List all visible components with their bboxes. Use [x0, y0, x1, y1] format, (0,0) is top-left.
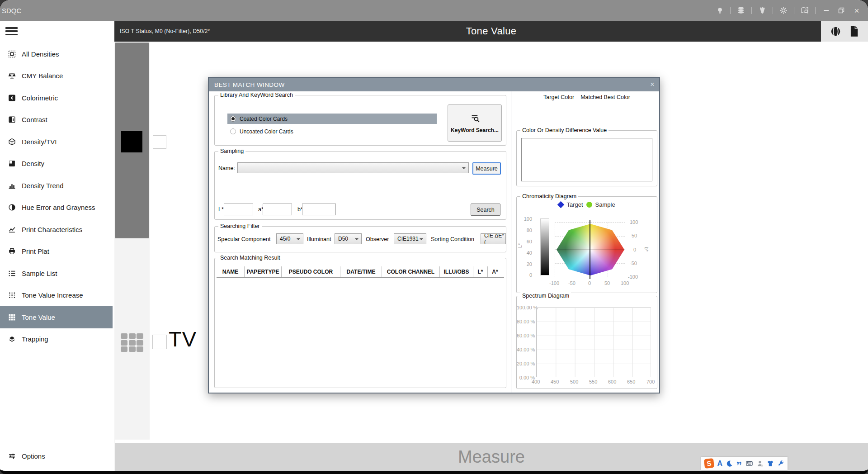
a-star-input[interactable] [263, 204, 292, 215]
sidebar-item-label: Trapping [22, 335, 48, 343]
tick-label: 100 [621, 280, 629, 286]
column-header[interactable]: PSEUDO COLOR [282, 266, 340, 277]
tone-grid-patch[interactable] [121, 333, 143, 352]
letter-A-icon[interactable]: A [717, 460, 722, 468]
select-value: CIE ΔE*( [484, 233, 505, 244]
sample-name-select[interactable] [237, 162, 469, 173]
sidebar-item-density-trend[interactable]: Density Trend [0, 175, 113, 197]
sampling-group: Sampling Name: Measure L* a* b* Search [214, 151, 506, 220]
all-densities-icon [8, 50, 16, 58]
l-axis-label: L* [517, 243, 523, 248]
input-method-toolbar[interactable]: S A [701, 457, 788, 470]
sidebar-item-print-characteristics[interactable]: Print Characteristics [0, 218, 113, 241]
document-icon[interactable] [849, 25, 859, 37]
observer-select[interactable]: CIE1931 [394, 233, 426, 244]
sidebar-item-colorimetric[interactable]: Colorimetric [0, 87, 113, 109]
sidebar-item-sample-list[interactable]: Sample List [0, 262, 113, 284]
dialog-body: Library And KeyWord Search Coated Color … [209, 91, 659, 393]
sidebar-item-label: Density Trend [22, 182, 64, 190]
result-table-body[interactable] [217, 278, 504, 386]
sidebar-item-all-densities[interactable]: All Densities [0, 43, 113, 65]
column-header[interactable]: NAME [217, 266, 245, 277]
specular-select[interactable]: 45/0 [276, 233, 303, 244]
line-chart-icon [8, 226, 16, 233]
half-circle-icon [8, 204, 16, 211]
database-icon[interactable] [736, 5, 746, 15]
measure-button[interactable]: Measure [472, 162, 501, 175]
sidebar-item-label: Contrast [22, 116, 47, 123]
titlebar-separator [751, 7, 752, 14]
sidebar-header [0, 21, 114, 42]
minimize-button[interactable] [821, 5, 831, 15]
sidebar-item-label: Print Characteristics [22, 226, 82, 233]
keyword-search-button[interactable]: KeyWord Search... [448, 104, 502, 142]
shirt-icon[interactable] [767, 460, 774, 467]
sidebar-item-options[interactable]: Options [0, 445, 113, 467]
column-header[interactable]: L* [473, 266, 488, 277]
user-icon[interactable] [756, 460, 764, 467]
tick-label: 0 [588, 280, 591, 286]
l-star-input[interactable] [224, 204, 253, 215]
moon-icon[interactable] [726, 460, 733, 467]
illuminant-select[interactable]: D50 [335, 233, 362, 244]
sidebar-item-label: Colorimetric [22, 94, 58, 102]
tick-label: 650 [627, 379, 635, 384]
column-header[interactable]: ILLU/OBS [440, 266, 473, 277]
tick-label: 80.00 % [517, 319, 535, 324]
sidebar-item-print-plat[interactable]: Print Plat [0, 241, 113, 263]
settings-gear-icon[interactable] [778, 5, 788, 15]
wrench-icon[interactable] [777, 460, 784, 467]
contrast-icon [8, 116, 16, 123]
map-search-icon[interactable] [800, 5, 810, 15]
menu-hamburger-icon[interactable] [5, 27, 18, 35]
measure-action-bar[interactable]: Measure S A [115, 443, 868, 471]
column-header[interactable]: A* [488, 266, 502, 277]
keyboard-icon[interactable] [745, 460, 753, 467]
b-star-input[interactable] [302, 204, 336, 215]
bulb-icon[interactable] [715, 5, 725, 15]
sidebar-item-hue-error[interactable]: Hue Error and Grayness [0, 197, 113, 219]
group-legend: Sampling [218, 148, 245, 154]
tick-label: 40 [523, 250, 532, 256]
l-star-label: L* [218, 206, 224, 213]
column-header[interactable]: PAPERTYPE [245, 266, 282, 277]
search-text-icon [470, 113, 480, 123]
tick-label: -100 [549, 280, 559, 286]
tick-label: 20.00 % [517, 361, 535, 366]
sorting-select[interactable]: CIE ΔE*( [481, 233, 506, 244]
titlebar[interactable]: SDQC × [0, 0, 868, 21]
column-header[interactable]: DATE/TIME [340, 266, 382, 277]
sidebar: All Densities CMY Balance Colorimetric C… [0, 42, 114, 471]
sidebar-item-label: Sample List [22, 270, 57, 277]
tick-label: 100.00 % [517, 305, 535, 310]
sogou-logo[interactable]: S [704, 458, 714, 469]
sidebar-item-label: Options [22, 452, 45, 460]
sidebar-item-tone-value[interactable]: Tone Value [0, 306, 113, 328]
radio-uncoated-color-cards[interactable]: Uncoated Color Cards [227, 126, 293, 137]
quotes-icon[interactable] [736, 460, 742, 467]
select-value: CIE1931 [397, 236, 419, 242]
color-swatches-icon[interactable] [757, 5, 767, 15]
chevron-down-icon [420, 238, 423, 240]
tick-label: 40.00 % [517, 347, 535, 352]
sidebar-item-tone-value-increase[interactable]: Tone Value Increase [0, 284, 113, 307]
sidebar-item-trapping[interactable]: Trapping [0, 328, 113, 351]
dialog-title: BEST MATCH WINDOW [214, 81, 285, 88]
sorting-label: Sorting Condition [431, 236, 474, 242]
radio-coated-color-cards[interactable]: Coated Color Cards [227, 114, 437, 124]
tv-checkbox[interactable] [152, 335, 167, 349]
close-button[interactable]: × [852, 5, 862, 15]
target-color-label: Target Color [543, 94, 574, 100]
sidebar-item-contrast[interactable]: Contrast [0, 109, 113, 131]
patch-checkbox[interactable] [153, 135, 166, 149]
sidebar-item-cmy-balance[interactable]: CMY Balance [0, 65, 113, 87]
dialog-close-icon[interactable]: × [650, 81, 655, 89]
dialog-titlebar[interactable]: BEST MATCH WINDOW × [209, 78, 659, 91]
sidebar-item-density-tvi[interactable]: Density/TVI [0, 131, 113, 153]
restore-button[interactable] [836, 5, 846, 15]
l-gradient-bar [540, 218, 549, 275]
column-header[interactable]: COLOR CHANNEL [382, 266, 440, 277]
sidebar-item-density[interactable]: Density [0, 153, 113, 175]
black-patch[interactable] [121, 131, 142, 152]
search-button[interactable]: Search [471, 204, 500, 216]
